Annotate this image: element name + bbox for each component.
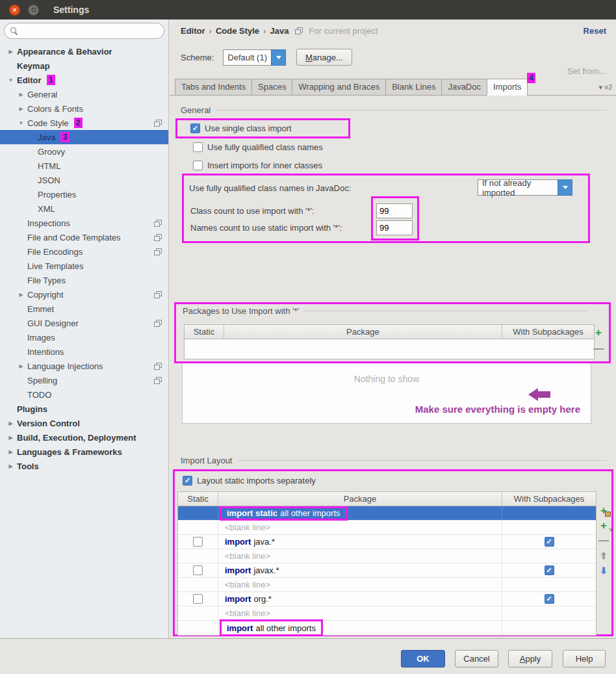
static-checkbox[interactable]	[193, 594, 203, 604]
class-count-input[interactable]	[376, 203, 413, 218]
column-header-static[interactable]: Static	[185, 325, 224, 339]
chevron-right-icon[interactable]: ▶	[18, 92, 24, 97]
chevron-down-icon[interactable]: ▼	[8, 77, 14, 83]
sidebar-item-json[interactable]: JSON	[0, 173, 168, 187]
sidebar-item-live-templates[interactable]: Live Templates	[0, 259, 168, 273]
import-layout-row[interactable]: <blank line>	[178, 521, 596, 535]
import-layout-row[interactable]: importjavax.*	[178, 564, 596, 578]
sidebar-item-editor[interactable]: ▼Editor1	[0, 73, 168, 87]
add-package-button[interactable]: +	[598, 505, 610, 517]
import-layout-row[interactable]: importjava.*	[178, 535, 596, 549]
sidebar-item-appearance-behavior[interactable]: ▶Appearance & Behavior	[0, 44, 168, 58]
search-input[interactable]	[21, 25, 159, 38]
import-layout-row[interactable]: <blank line>	[178, 549, 596, 564]
names-count-input[interactable]	[376, 220, 413, 235]
sidebar-item-emmet[interactable]: Emmet	[0, 302, 168, 316]
sidebar-item-build-execution-deployment[interactable]: ▶Build, Execution, Deployment	[0, 430, 168, 445]
sidebar-item-languages-frameworks[interactable]: ▶Languages & Frameworks	[0, 445, 168, 459]
chevron-right-icon[interactable]: ▶	[8, 463, 14, 469]
import-layout-row[interactable]: import staticall other imports	[178, 506, 596, 521]
apply-button[interactable]: Apply	[508, 650, 552, 668]
sidebar-item-file-and-code-templates[interactable]: File and Code Templates	[0, 230, 168, 244]
import-layout-row[interactable]: <blank line>	[178, 606, 596, 621]
sidebar-item-inspections[interactable]: Inspections	[0, 216, 168, 230]
packages-table-body[interactable]	[185, 339, 594, 359]
add-blank-line-button[interactable]: +	[598, 520, 610, 532]
sidebar-item-xml[interactable]: XML	[0, 201, 168, 216]
sidebar-item-properties[interactable]: Properties	[0, 187, 168, 201]
sidebar-item-groovy[interactable]: Groovy	[0, 144, 168, 159]
tab-tabs-and-indents[interactable]: Tabs and Indents	[175, 79, 252, 95]
window-maximize-button[interactable]	[28, 5, 39, 16]
sidebar-item-intentions[interactable]: Intentions	[0, 344, 168, 359]
scheme-dropdown[interactable]: Default (1)	[223, 49, 286, 66]
chevron-right-icon[interactable]: ▶	[8, 435, 14, 441]
sidebar-item-file-encodings[interactable]: File Encodings	[0, 244, 168, 259]
sidebar-item-tools[interactable]: ▶Tools	[0, 459, 168, 473]
tab-wrapping-and-braces[interactable]: Wrapping and Braces	[292, 79, 386, 95]
tab-blank-lines[interactable]: Blank Lines	[385, 79, 442, 95]
sidebar-item-todo[interactable]: TODO	[0, 387, 168, 402]
sidebar-item-version-control[interactable]: ▶Version Control	[0, 416, 168, 430]
window-close-button[interactable]: ×	[9, 5, 20, 16]
sidebar-item-spelling[interactable]: Spelling	[0, 373, 168, 387]
sidebar-item-plugins[interactable]: Plugins	[0, 402, 168, 416]
sidebar-item-keymap[interactable]: Keymap	[0, 58, 168, 73]
chevron-down-icon[interactable]: ▼	[18, 120, 24, 126]
javadoc-qualified-dropdown[interactable]: If not already imported	[478, 179, 572, 196]
add-package-button[interactable]: +	[593, 327, 604, 339]
cancel-button[interactable]: Cancel	[455, 650, 498, 668]
column-header-with-subpackages[interactable]: With Subpackages	[502, 492, 596, 506]
column-header-static[interactable]: Static	[178, 492, 218, 506]
import-layout-row[interactable]: importorg.*	[178, 592, 596, 606]
insert-inner-classes-checkbox[interactable]	[193, 161, 203, 170]
sidebar-item-colors-fonts[interactable]: ▶Colors & Fonts	[0, 101, 168, 116]
help-button[interactable]: Help	[563, 650, 606, 668]
with-subpackages-checkbox[interactable]	[545, 565, 554, 575]
sidebar-item-html[interactable]: HTML	[0, 159, 168, 173]
move-up-button[interactable]: ⬆	[598, 550, 610, 562]
sidebar-item-copyright[interactable]: ▶Copyright	[0, 287, 168, 302]
chevron-right-icon[interactable]: ▶	[8, 49, 14, 55]
remove-entry-button[interactable]: —	[598, 535, 610, 547]
column-header-with-subpackages[interactable]: With Subpackages	[502, 325, 594, 339]
move-down-button[interactable]: ⬇	[598, 565, 610, 577]
sidebar-item-images[interactable]: Images	[0, 330, 168, 344]
breadcrumb-item-java[interactable]: Java	[270, 26, 289, 36]
tab-overflow-icon[interactable]: ▾ ≡2	[598, 83, 612, 92]
chevron-right-icon[interactable]: ▶	[18, 292, 24, 298]
sidebar-item-file-types[interactable]: File Types	[0, 273, 168, 287]
tab-javadoc[interactable]: JavaDoc	[441, 79, 487, 95]
column-header-package[interactable]: Package	[224, 325, 502, 339]
tab-spaces[interactable]: Spaces	[251, 79, 292, 95]
sidebar-item-language-injections[interactable]: ▶Language Injections	[0, 359, 168, 373]
tab-imports[interactable]: Imports4	[487, 79, 528, 96]
column-header-package[interactable]: Package	[218, 492, 502, 506]
remove-package-button[interactable]: —	[593, 343, 604, 355]
ok-button[interactable]: OK	[401, 650, 445, 668]
chevron-right-icon[interactable]: ▶	[8, 449, 14, 455]
use-single-class-import-checkbox[interactable]	[190, 123, 200, 133]
with-subpackages-checkbox[interactable]	[545, 537, 554, 547]
chevron-right-icon[interactable]: ▶	[18, 363, 24, 369]
sidebar-item-java[interactable]: Java3	[0, 130, 168, 144]
sidebar-item-code-style[interactable]: ▼Code Style2	[0, 116, 168, 130]
reset-link[interactable]: Reset	[584, 26, 606, 36]
sidebar-item-general[interactable]: ▶General	[0, 87, 168, 101]
import-layout-row[interactable]: <blank line>	[178, 578, 596, 592]
import-layout-row[interactable]: importall other imports	[178, 621, 596, 635]
breadcrumb-item-code-style[interactable]: Code Style	[216, 26, 259, 36]
static-checkbox[interactable]	[193, 565, 203, 575]
chevron-down-icon[interactable]	[558, 179, 572, 196]
use-fully-qualified-checkbox[interactable]	[193, 142, 203, 152]
set-from-link[interactable]: Set from...	[567, 66, 606, 76]
breadcrumb-item-editor[interactable]: Editor	[181, 26, 205, 36]
chevron-down-icon[interactable]	[271, 49, 286, 66]
chevron-right-icon[interactable]: ▶	[8, 421, 14, 426]
sidebar-item-gui-designer[interactable]: GUI Designer	[0, 316, 168, 330]
layout-static-imports-checkbox[interactable]	[183, 476, 192, 486]
with-subpackages-checkbox[interactable]	[545, 594, 554, 604]
static-checkbox[interactable]	[193, 537, 203, 547]
chevron-right-icon[interactable]: ▶	[18, 106, 24, 112]
manage-button[interactable]: Manage...	[296, 49, 352, 66]
